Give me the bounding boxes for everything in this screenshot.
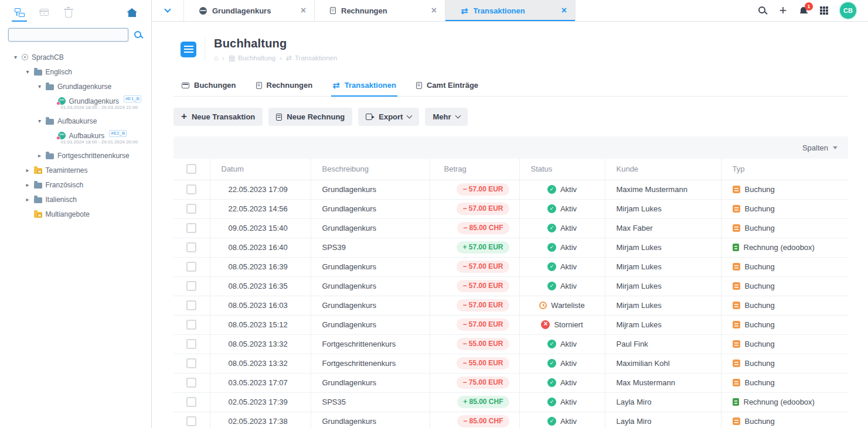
row-checkbox[interactable] (186, 339, 196, 349)
chevron-icon[interactable] (24, 196, 32, 203)
apps-button[interactable] (819, 6, 829, 15)
row-checkbox[interactable] (186, 223, 196, 233)
table-row[interactable]: 22.05.2023 17:09 Grundlagenkurs − 57.00 … (173, 180, 848, 199)
row-checkbox[interactable] (186, 262, 196, 272)
tree-node-icon (34, 197, 42, 203)
column-header[interactable]: Betrag (430, 159, 519, 180)
archive-button[interactable] (34, 2, 54, 22)
tree-item[interactable]: Italienisch (0, 192, 151, 207)
table-row[interactable]: 08.05.2023 16:03 Grundlagenkurs − 57.00 … (173, 296, 848, 315)
table-row[interactable]: 22.05.2023 14:56 Grundlagenkurs − 57.00 … (173, 199, 848, 218)
user-avatar[interactable]: CB (840, 2, 856, 19)
tree-item[interactable]: Grundlagenkurs #E1_B 01.03.2024 18:00 - … (0, 94, 151, 111)
window-tab[interactable]: Transaktionen (445, 0, 576, 21)
status-label: Storniert (554, 320, 583, 329)
chevron-icon[interactable] (36, 118, 43, 124)
action-button[interactable]: Neue Rechnung (268, 108, 352, 126)
chevron-icon[interactable] (24, 69, 32, 75)
cell-checkbox (173, 412, 210, 428)
home-button[interactable] (122, 2, 142, 22)
tree-view-button[interactable] (9, 2, 29, 22)
row-checkbox[interactable] (186, 281, 196, 291)
chevron-icon[interactable] (24, 182, 32, 188)
tree-item[interactable]: Teaminternes (0, 163, 151, 177)
cell-betrag: + 57.00 EUR (430, 238, 519, 257)
tree-item[interactable]: Grundlagenkurse (0, 79, 151, 94)
search-icon[interactable] (134, 30, 143, 40)
tree-node-icon (46, 153, 54, 159)
chevron-icon[interactable] (36, 152, 43, 159)
column-header[interactable]: Kunde (605, 159, 721, 180)
window-tab[interactable]: Rechnungen (314, 0, 445, 21)
row-checkbox[interactable] (186, 358, 196, 368)
page-tab[interactable]: Buchungen (181, 76, 237, 96)
add-button[interactable] (778, 4, 788, 17)
page-tab[interactable]: Rechnungen (255, 76, 314, 96)
row-checkbox[interactable] (186, 242, 196, 252)
cell-datum: 09.05.2023 15:40 (210, 218, 311, 238)
tree-item[interactable]: Französisch (0, 177, 151, 192)
tabs-dropdown-button[interactable] (152, 0, 183, 21)
table-row[interactable]: 02.05.2023 17:38 Grundlagenkurs − 85.00 … (173, 412, 848, 428)
row-checkbox[interactable] (186, 378, 196, 388)
chevron-icon[interactable] (24, 167, 32, 173)
status-icon (547, 378, 556, 387)
course-date-range: 01.01.2024 18:00 - 29.01.2024 20:00 (48, 139, 152, 145)
table-row[interactable]: 02.05.2023 17:39 SPS35 + 85.00 CHF Aktiv… (173, 392, 848, 412)
table-row[interactable]: 08.05.2023 16:39 Grundlagenkurs − 57.00 … (173, 257, 848, 276)
window-tab-bar: Grundlagenkurs Rechnungen Transaktionen (152, 0, 868, 22)
amount-pill: + 57.00 EUR (457, 241, 509, 254)
tree-item[interactable]: Fortgeschrittenenkurse (0, 148, 151, 163)
trash-button[interactable] (59, 2, 79, 22)
row-checkbox[interactable] (186, 184, 196, 194)
row-checkbox[interactable] (186, 204, 196, 214)
global-search-button[interactable] (758, 6, 767, 15)
chevron-icon[interactable] (12, 54, 19, 60)
action-button[interactable]: Mehr (425, 108, 467, 126)
column-header[interactable]: Status (519, 159, 605, 180)
table-row[interactable]: 03.05.2023 17:07 Grundlagenkurs − 75.00 … (173, 373, 848, 392)
status-label: Aktiv (560, 340, 577, 348)
course-code-badge: #E1_B (124, 95, 141, 102)
home-icon[interactable]: ⌂ (214, 54, 218, 61)
cell-checkbox (173, 238, 210, 257)
chevron-icon[interactable] (36, 83, 43, 90)
breadcrumb-item-buchhaltung[interactable]: ▤Buchhaltung (229, 54, 275, 61)
table-row[interactable]: 08.05.2023 16:35 Grundlagenkurs − 57.00 … (173, 276, 848, 296)
row-checkbox[interactable] (186, 300, 196, 310)
typ-label: Buchung (745, 204, 775, 213)
action-button-label: Mehr (433, 112, 451, 121)
action-button[interactable]: Neue Transaktion (173, 108, 263, 126)
row-checkbox[interactable] (186, 397, 196, 407)
tree-item[interactable]: SprachCB (0, 50, 151, 64)
page-tab[interactable]: Transaktionen (331, 76, 397, 96)
window-tab[interactable]: Grundlagenkurs (183, 0, 314, 21)
table-row[interactable]: 08.05.2023 15:12 Grundlagenkurs − 57.00 … (173, 315, 848, 334)
table-row[interactable]: 09.05.2023 15:40 Grundlagenkurs − 85.00 … (173, 218, 848, 238)
table-row[interactable]: 08.05.2023 13:32 Fortgeschrittenenkurs −… (173, 334, 848, 354)
tab-close-icon[interactable] (301, 6, 306, 15)
tree-item[interactable]: Aufbaukurs #E2_B 01.01.2024 18:00 - 29.0… (0, 128, 151, 145)
table-row[interactable]: 08.05.2023 16:40 SPS39 + 57.00 EUR Aktiv… (173, 238, 848, 257)
cell-beschreibung: Grundlagenkurs (311, 373, 430, 392)
column-header[interactable]: Typ (721, 159, 848, 180)
table-row[interactable]: 08.05.2023 13:32 Fortgeschrittenenkurs −… (173, 354, 848, 373)
action-button[interactable]: Export (358, 108, 419, 126)
notifications-button[interactable]: 1 (799, 7, 808, 15)
tab-close-icon[interactable] (561, 6, 567, 15)
cell-datum: 22.05.2023 17:09 (210, 180, 311, 199)
tree-item[interactable]: Multiangebote (0, 207, 151, 221)
columns-button[interactable]: Spalten (802, 143, 838, 152)
breadcrumb-item-transaktionen[interactable]: ⇄Transaktionen (286, 54, 338, 61)
column-header[interactable]: Datum (210, 159, 311, 180)
tree-search-input[interactable] (8, 28, 128, 42)
row-checkbox[interactable] (186, 320, 196, 330)
select-all-checkbox[interactable] (186, 164, 196, 174)
column-header[interactable]: Beschreibung (311, 159, 430, 180)
amount-pill: − 57.00 EUR (457, 261, 509, 273)
tree-item[interactable]: Aufbaukurse (0, 114, 151, 128)
tab-close-icon[interactable] (431, 6, 437, 15)
tree-item[interactable]: Englisch (0, 64, 151, 79)
page-tab[interactable]: Camt Einträge (415, 76, 479, 96)
row-checkbox[interactable] (186, 416, 196, 426)
